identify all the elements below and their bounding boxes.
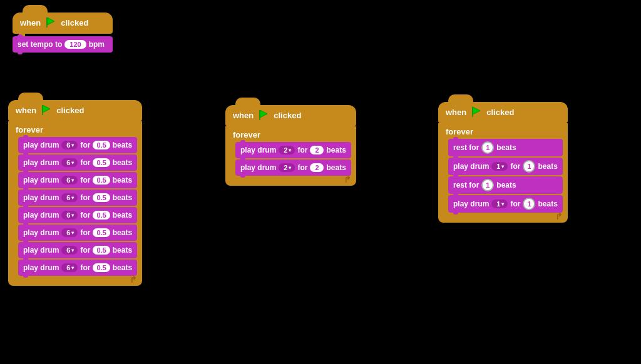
rest-val-2[interactable]: 1 bbox=[481, 179, 494, 191]
play-drum-g3-row-1[interactable]: play drum 2▾ for 2 beats bbox=[235, 142, 351, 158]
drum-dropdown-2[interactable]: 6▾ bbox=[61, 158, 78, 167]
clicked-label-3: clicked bbox=[274, 111, 301, 120]
drum-dropdown-6[interactable]: 6▾ bbox=[61, 228, 78, 237]
forever-label-3: forever bbox=[230, 129, 351, 142]
for-text-7: for bbox=[80, 246, 90, 255]
play-drum-row-7[interactable]: play drum 6▾ for 0.5 beats bbox=[18, 242, 137, 258]
play-drum-row-4[interactable]: play drum 6▾ for 0.5 beats bbox=[18, 190, 137, 206]
rest-row-2[interactable]: rest for 1 beats bbox=[448, 176, 563, 194]
rest-text-1: rest for bbox=[453, 143, 479, 152]
for-g3-text-1: for bbox=[297, 146, 307, 154]
beats-text-7: beats bbox=[113, 246, 132, 255]
tempo-value[interactable]: 120 bbox=[64, 40, 86, 49]
pd-text-7: play drum bbox=[23, 246, 59, 255]
pd-g4-text-1: play drum bbox=[453, 162, 489, 171]
for-g3-text-2: for bbox=[297, 163, 307, 172]
clicked-label-2: clicked bbox=[56, 106, 84, 115]
val-g3-1[interactable]: 2 bbox=[310, 146, 324, 154]
beats-text-1: beats bbox=[113, 141, 132, 149]
forever-inner-4: rest for 1 beats play drum 1▾ for 1 beat… bbox=[448, 139, 563, 213]
pd-g4-text-2: play drum bbox=[453, 200, 489, 208]
play-drum-g4-row-2[interactable]: play drum 1▾ for 1 beats bbox=[448, 195, 563, 213]
forever-label-2: forever bbox=[13, 124, 137, 137]
clicked-label-4: clicked bbox=[486, 108, 514, 117]
beats-g4-text-1: beats bbox=[538, 162, 557, 171]
beats-g4-text-2: beats bbox=[538, 200, 557, 208]
drum-dropdown-7[interactable]: 6▾ bbox=[61, 246, 78, 255]
flag-icon-4 bbox=[470, 106, 483, 118]
for-text-1: for bbox=[80, 141, 90, 149]
for-text-2: for bbox=[80, 158, 90, 167]
drum-dropdown-5[interactable]: 6▾ bbox=[61, 211, 78, 220]
when-label-3: when bbox=[233, 111, 254, 120]
pd-text-6: play drum bbox=[23, 228, 59, 237]
play-drum-row-3[interactable]: play drum 6▾ for 0.5 beats bbox=[18, 172, 137, 188]
svg-marker-0 bbox=[47, 18, 54, 25]
play-drum-row-8[interactable]: play drum 6▾ for 0.5 beats bbox=[18, 260, 137, 276]
svg-marker-4 bbox=[260, 110, 267, 118]
pd-text-5: play drum bbox=[23, 211, 59, 220]
hat-block-4[interactable]: when clicked bbox=[438, 102, 568, 123]
play-drum-row-1[interactable]: play drum 6▾ for 0.5 beats bbox=[18, 137, 137, 153]
forever-block-3: forever play drum 2▾ for 2 beats play dr… bbox=[225, 126, 356, 186]
beats-text-5: beats bbox=[113, 211, 132, 220]
hat-block-1[interactable]: when clicked bbox=[13, 13, 113, 34]
hat-block-3[interactable]: when clicked bbox=[225, 105, 356, 126]
set-tempo-block[interactable]: set tempo to 120 bpm bbox=[13, 36, 113, 53]
val-6[interactable]: 0.5 bbox=[93, 228, 110, 237]
drum-g3-dropdown-2[interactable]: 2▾ bbox=[279, 163, 295, 172]
forever-inner-3: play drum 2▾ for 2 beats play drum 2▾ fo… bbox=[235, 142, 351, 176]
pd-g3-text-1: play drum bbox=[240, 146, 276, 154]
val-2[interactable]: 0.5 bbox=[93, 158, 110, 167]
group4: when clicked forever rest for 1 beats pl… bbox=[438, 102, 568, 223]
rest-val-1[interactable]: 1 bbox=[481, 141, 494, 154]
group1: when clicked set tempo to 120 bpm bbox=[13, 13, 113, 53]
beats-text-4: beats bbox=[113, 193, 132, 202]
val-g4-1[interactable]: 1 bbox=[523, 160, 535, 173]
pd-text-1: play drum bbox=[23, 141, 59, 149]
forever-inner-2: play drum 6▾ for 0.5 beats play drum 6▾ … bbox=[18, 137, 137, 276]
play-drum-g4-row-1[interactable]: play drum 1▾ for 1 beats bbox=[448, 158, 563, 175]
bpm-label: bpm bbox=[89, 40, 105, 49]
drum-dropdown-1[interactable]: 6▾ bbox=[61, 141, 78, 149]
drum-dropdown-3[interactable]: 6▾ bbox=[61, 176, 78, 185]
drum-g4-dropdown-2[interactable]: 1▾ bbox=[491, 200, 508, 208]
hat-block-2[interactable]: when clicked bbox=[8, 100, 142, 121]
forever-label-4: forever bbox=[443, 126, 563, 139]
for-text-6: for bbox=[80, 228, 90, 237]
set-tempo-text: set tempo to bbox=[18, 40, 62, 49]
rest-beats-1: beats bbox=[496, 143, 516, 152]
play-drum-row-2[interactable]: play drum 6▾ for 0.5 beats bbox=[18, 154, 137, 171]
svg-marker-2 bbox=[43, 105, 50, 113]
val-g3-2[interactable]: 2 bbox=[310, 163, 324, 172]
rest-row-1[interactable]: rest for 1 beats bbox=[448, 139, 563, 156]
forever-block-2: forever play drum 6▾ for 0.5 beats play … bbox=[8, 121, 142, 286]
pd-text-4: play drum bbox=[23, 193, 59, 202]
pd-text-2: play drum bbox=[23, 158, 59, 167]
flag-icon-1 bbox=[44, 16, 57, 29]
play-drum-row-6[interactable]: play drum 6▾ for 0.5 beats bbox=[18, 225, 137, 241]
svg-marker-6 bbox=[473, 107, 480, 114]
drum-g3-dropdown-1[interactable]: 2▾ bbox=[279, 146, 295, 154]
beats-text-6: beats bbox=[113, 228, 132, 237]
beats-g3-text-1: beats bbox=[326, 146, 346, 154]
val-7[interactable]: 0.5 bbox=[93, 246, 110, 255]
val-5[interactable]: 0.5 bbox=[93, 211, 110, 220]
when-label-2: when bbox=[16, 106, 36, 115]
val-3[interactable]: 0.5 bbox=[93, 176, 110, 185]
val-8[interactable]: 0.5 bbox=[93, 263, 110, 272]
drum-g4-dropdown-1[interactable]: 1▾ bbox=[491, 162, 508, 171]
for-g4-text-2: for bbox=[510, 200, 520, 208]
loop-arrow-3: ↱ bbox=[344, 174, 351, 185]
group2: when clicked forever play drum 6▾ for 0.… bbox=[8, 100, 142, 286]
drum-dropdown-8[interactable]: 6▾ bbox=[61, 263, 78, 272]
val-1[interactable]: 0.5 bbox=[93, 141, 110, 149]
play-drum-row-5[interactable]: play drum 6▾ for 0.5 beats bbox=[18, 207, 137, 223]
drum-dropdown-4[interactable]: 6▾ bbox=[61, 193, 78, 202]
flag-icon-3 bbox=[257, 109, 270, 121]
play-drum-g3-row-2[interactable]: play drum 2▾ for 2 beats bbox=[235, 159, 351, 176]
val-g4-2[interactable]: 1 bbox=[523, 198, 535, 210]
val-4[interactable]: 0.5 bbox=[93, 193, 110, 202]
beats-text-2: beats bbox=[113, 158, 132, 167]
for-text-5: for bbox=[80, 211, 90, 220]
